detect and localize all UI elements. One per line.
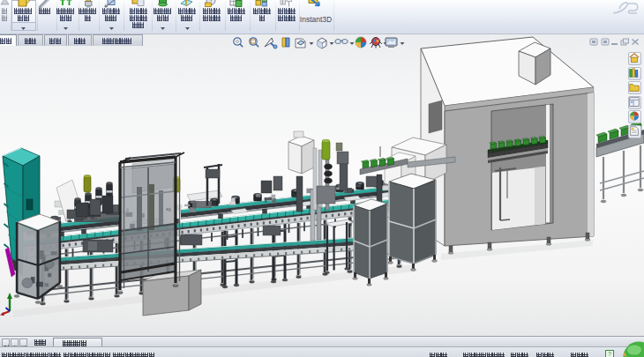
svg-text:?: ? — [608, 351, 611, 357]
